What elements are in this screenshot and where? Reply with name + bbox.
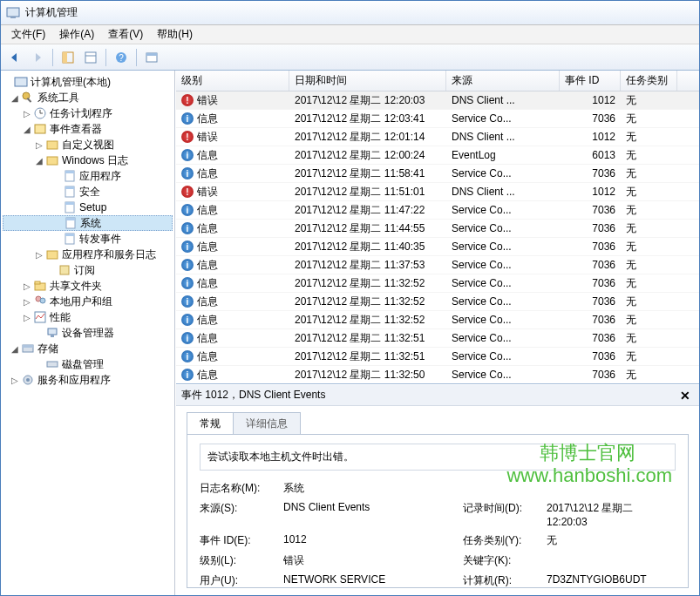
- tree-performance[interactable]: ▷性能: [3, 309, 173, 325]
- event-row[interactable]: i信息2017\12\12 星期二 11:32:51Service Co...7…: [176, 329, 699, 348]
- event-task: 无: [621, 148, 677, 163]
- title-bar[interactable]: 计算机管理: [1, 1, 699, 25]
- tree-label: 系统: [80, 216, 101, 231]
- menu-view[interactable]: 查看(V): [101, 25, 150, 44]
- event-level: 信息: [197, 149, 218, 161]
- label-task: 任务类别(Y):: [463, 533, 541, 548]
- tree-label: Setup: [79, 201, 106, 213]
- tree-label: 性能: [50, 310, 71, 325]
- event-row[interactable]: !错误2017\12\12 星期二 12:20:03DNS Client ...…: [176, 91, 699, 110]
- event-level: 信息: [197, 277, 218, 289]
- tree-event-viewer[interactable]: ◢事件查看器: [3, 121, 173, 137]
- tree-task-scheduler[interactable]: ▷任务计划程序: [3, 105, 173, 121]
- event-row[interactable]: i信息2017\12\12 星期二 11:32:52Service Co...7…: [176, 293, 699, 311]
- tree-windows-logs[interactable]: ◢Windows 日志: [3, 152, 173, 168]
- svg-point-42: [26, 378, 30, 382]
- col-source[interactable]: 来源: [446, 71, 560, 91]
- tree-system-tools[interactable]: ◢系统工具: [3, 90, 173, 105]
- error-icon: !: [181, 94, 194, 106]
- info-icon: i: [181, 295, 194, 308]
- app-icon: [6, 6, 20, 20]
- event-list[interactable]: 级别 日期和时间 来源 事件 ID 任务类别 !错误2017\12\12 星期二…: [176, 71, 699, 384]
- event-row[interactable]: i信息2017\12\12 星期二 11:58:41Service Co...7…: [176, 165, 699, 183]
- event-list-header[interactable]: 级别 日期和时间 来源 事件 ID 任务类别: [176, 71, 699, 91]
- event-task: 无: [621, 295, 677, 309]
- svg-rect-24: [65, 202, 74, 205]
- event-row[interactable]: i信息2017\12\12 星期二 11:44:55Service Co...7…: [176, 220, 699, 238]
- event-row[interactable]: i信息2017\12\12 星期二 12:03:41Service Co...7…: [176, 110, 699, 128]
- event-task: 无: [621, 112, 677, 126]
- tree-device-manager[interactable]: 设备管理器: [3, 325, 173, 341]
- tree-app-service-logs[interactable]: ▷应用程序和服务日志: [3, 247, 173, 262]
- event-row[interactable]: i信息2017\12\12 星期二 11:32:51Service Co...7…: [176, 348, 699, 366]
- menu-help[interactable]: 帮助(H): [150, 25, 200, 44]
- toolbar-divider: [136, 49, 137, 66]
- col-event-id[interactable]: 事件 ID: [560, 71, 621, 91]
- tree-root[interactable]: 计算机管理(本地): [3, 74, 173, 90]
- event-source: Service Co...: [446, 204, 560, 216]
- tree-label: 共享文件夹: [50, 279, 102, 294]
- event-row[interactable]: i信息2017\12\12 星期二 11:32:52Service Co...7…: [176, 274, 699, 293]
- tree-custom-views[interactable]: ▷自定义视图: [3, 137, 173, 152]
- event-level: 信息: [197, 295, 218, 308]
- event-source: DNS Client ...: [446, 94, 560, 106]
- tree-log-security[interactable]: 安全: [3, 184, 173, 200]
- event-id: 7036: [560, 112, 621, 125]
- detail-tabs: 常规 详细信息: [187, 411, 699, 434]
- tree-services-apps[interactable]: ▷服务和应用程序: [3, 372, 173, 388]
- tree-storage[interactable]: ◢存储: [3, 341, 173, 356]
- tree-label: 事件查看器: [50, 122, 102, 137]
- svg-rect-37: [51, 335, 54, 337]
- tree-log-setup[interactable]: Setup: [3, 200, 173, 215]
- event-row[interactable]: !错误2017\12\12 星期二 12:01:14DNS Client ...…: [176, 128, 699, 146]
- svg-rect-9: [146, 53, 157, 56]
- info-icon: i: [181, 314, 194, 326]
- forward-button[interactable]: [27, 47, 48, 68]
- tree-subscriptions[interactable]: 订阅: [3, 262, 173, 278]
- event-row[interactable]: !错误2017\12\12 星期二 11:51:01DNS Client ...…: [176, 183, 699, 201]
- event-id: 7036: [560, 259, 621, 271]
- back-button[interactable]: [4, 47, 25, 68]
- svg-rect-39: [23, 345, 33, 348]
- tree-log-application[interactable]: 应用程序: [3, 168, 173, 184]
- tree-log-forwarded[interactable]: 转发事件: [3, 231, 173, 247]
- event-row[interactable]: i信息2017\12\12 星期二 11:40:35Service Co...7…: [176, 238, 699, 256]
- event-row[interactable]: i信息2017\12\12 星期二 11:32:50Service Co...7…: [176, 366, 699, 384]
- content-pane: 级别 日期和时间 来源 事件 ID 任务类别 !错误2017\12\12 星期二…: [175, 71, 699, 595]
- help-button[interactable]: ?: [111, 47, 132, 68]
- tab-general[interactable]: 常规: [187, 412, 234, 435]
- error-icon: !: [181, 186, 194, 198]
- svg-rect-20: [65, 171, 74, 173]
- col-date[interactable]: 日期和时间: [289, 71, 446, 91]
- event-row[interactable]: i信息2017\12\12 星期二 11:47:22Service Co...7…: [176, 201, 699, 220]
- tree-local-users[interactable]: ▷本地用户和组: [3, 294, 173, 309]
- event-row[interactable]: i信息2017\12\12 星期二 11:37:53Service Co...7…: [176, 256, 699, 274]
- tree-log-system[interactable]: 系统: [3, 215, 173, 231]
- col-task[interactable]: 任务类别: [621, 71, 677, 91]
- menu-file[interactable]: 文件(F): [4, 25, 52, 44]
- event-level: 信息: [197, 167, 218, 179]
- event-row[interactable]: i信息2017\12\12 星期二 11:32:52Service Co...7…: [176, 311, 699, 329]
- show-hide-tree-button[interactable]: [58, 47, 78, 68]
- col-level[interactable]: 级别: [176, 71, 289, 91]
- svg-rect-16: [35, 125, 45, 133]
- nav-tree[interactable]: 计算机管理(本地) ◢系统工具 ▷任务计划程序 ◢事件查看器 ▷自定义视图 ◢W…: [1, 71, 175, 595]
- info-icon: i: [181, 112, 194, 125]
- event-date: 2017\12\12 星期二 11:47:22: [289, 203, 446, 218]
- info-icon: i: [181, 240, 194, 253]
- svg-rect-26: [66, 218, 75, 220]
- close-detail-button[interactable]: ✕: [676, 389, 694, 403]
- svg-rect-18: [47, 157, 58, 165]
- value-keyword: [547, 553, 676, 568]
- error-icon: !: [181, 131, 194, 143]
- value-source: DNS Client Events: [283, 501, 458, 528]
- event-date: 2017\12\12 星期二 11:58:41: [289, 166, 446, 181]
- action-button[interactable]: [141, 47, 162, 68]
- tree-shared-folders[interactable]: ▷共享文件夹: [3, 278, 173, 294]
- properties-button[interactable]: [80, 47, 101, 68]
- tab-details[interactable]: 详细信息: [233, 412, 301, 435]
- menu-action[interactable]: 操作(A): [52, 25, 101, 44]
- event-row[interactable]: i信息2017\12\12 星期二 12:00:24EventLog6013无: [176, 146, 699, 165]
- label-level: 级别(L):: [200, 553, 278, 568]
- tree-disk-management[interactable]: 磁盘管理: [3, 356, 173, 372]
